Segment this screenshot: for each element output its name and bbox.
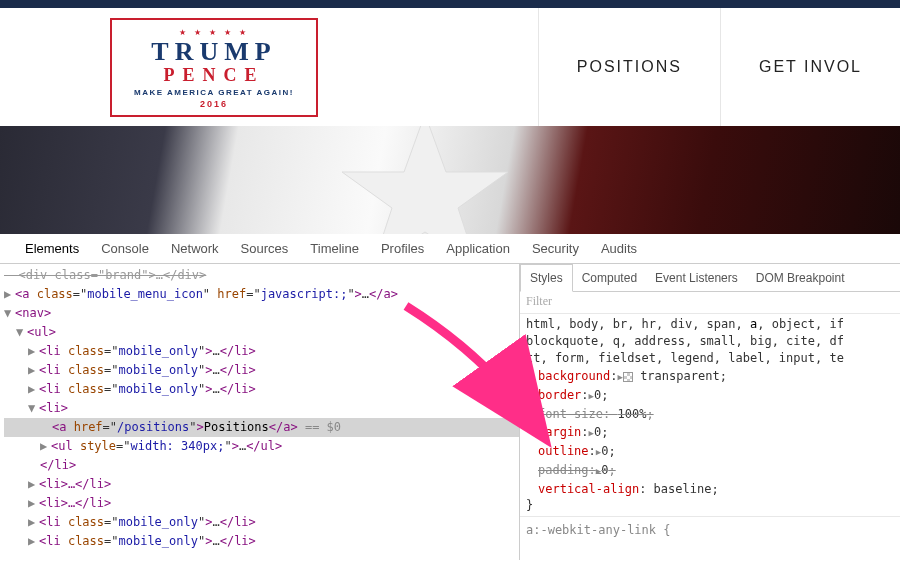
hero-banner xyxy=(0,126,900,234)
tab-console[interactable]: Console xyxy=(90,234,160,264)
tab-profiles[interactable]: Profiles xyxy=(370,234,435,264)
logo-year: 2016 xyxy=(134,99,294,109)
swatch-icon xyxy=(623,372,633,382)
styles-tabs: Styles Computed Event Listeners DOM Brea… xyxy=(520,264,900,292)
dom-node[interactable]: ▶<li>…</li> xyxy=(4,494,519,513)
styles-tab-listeners[interactable]: Event Listeners xyxy=(646,264,747,292)
logo-main-text: TRUMP xyxy=(134,37,294,67)
dom-node[interactable]: ▼<li> xyxy=(4,399,519,418)
tab-audits[interactable]: Audits xyxy=(590,234,648,264)
css-prop[interactable]: border:▶0; xyxy=(538,386,894,405)
css-prop[interactable]: vertical-align: baseline; xyxy=(538,480,894,498)
dom-node[interactable]: ▶<li class="mobile_only">…</li> xyxy=(4,361,519,380)
css-selector-2[interactable]: a:-webkit-any-link { xyxy=(520,516,900,537)
campaign-logo[interactable]: ★ ★ ★ ★ ★ TRUMP PENCE MAKE AMERICA GREAT… xyxy=(110,18,318,117)
logo-slogan: MAKE AMERICA GREAT AGAIN! xyxy=(134,88,294,97)
nav-links: POSITIONS GET INVOL xyxy=(538,8,900,126)
dom-node[interactable]: ▶<ul style="width: 340px;">…</ul> xyxy=(4,437,519,456)
tab-timeline[interactable]: Timeline xyxy=(299,234,370,264)
svg-marker-0 xyxy=(342,126,508,234)
tab-application[interactable]: Application xyxy=(435,234,521,264)
styles-pane: Styles Computed Event Listeners DOM Brea… xyxy=(520,264,900,560)
css-prop[interactable]: outline:▶0; xyxy=(538,442,894,461)
dom-node[interactable]: ▶<li class="mobile_only">…</li> xyxy=(4,342,519,361)
logo-stars: ★ ★ ★ ★ ★ xyxy=(134,28,294,37)
styles-tab-styles[interactable]: Styles xyxy=(520,264,573,292)
dom-node[interactable]: ▶<li class="mobile_only">…</li> xyxy=(4,513,519,532)
page-header: ★ ★ ★ ★ ★ TRUMP PENCE MAKE AMERICA GREAT… xyxy=(0,8,900,126)
elements-tree[interactable]: <div class="brand">…</div> ▶<a class="mo… xyxy=(0,264,520,560)
css-prop[interactable]: margin:▶0; xyxy=(538,423,894,442)
tab-network[interactable]: Network xyxy=(160,234,230,264)
dom-node[interactable]: ▼<nav> xyxy=(4,304,519,323)
css-selector[interactable]: html, body, br, hr, div, span, a, object… xyxy=(520,314,900,367)
css-props: background:▶ transparent; border:▶0; fon… xyxy=(520,367,900,498)
dom-node[interactable]: ▶<li>…</li> xyxy=(4,475,519,494)
nav-get-involved[interactable]: GET INVOL xyxy=(720,8,900,126)
dom-node[interactable]: ▶<a class="mobile_menu_icon" href="javas… xyxy=(4,285,519,304)
styles-tab-dom-bp[interactable]: DOM Breakpoint xyxy=(747,264,854,292)
nav-positions[interactable]: POSITIONS xyxy=(538,8,720,126)
css-prop-overridden[interactable]: font-size: 100%; xyxy=(538,405,894,423)
tab-sources[interactable]: Sources xyxy=(230,234,300,264)
dom-node[interactable]: </li> xyxy=(4,456,519,475)
flag-star-icon xyxy=(330,126,520,234)
tab-elements[interactable]: Elements xyxy=(14,234,90,264)
top-stripe xyxy=(0,0,900,8)
css-prop[interactable]: background:▶ transparent; xyxy=(538,367,894,386)
tab-security[interactable]: Security xyxy=(521,234,590,264)
dom-node[interactable]: ▶<li class="mobile_only">…</li> xyxy=(4,380,519,399)
devtools-body: <div class="brand">…</div> ▶<a class="mo… xyxy=(0,264,900,560)
dom-node[interactable]: ▼<ul> xyxy=(4,323,519,342)
css-prop-overridden[interactable]: padding:▶0; xyxy=(538,461,894,480)
styles-filter[interactable]: Filter xyxy=(520,292,900,314)
logo-sub-text: PENCE xyxy=(134,65,294,86)
dom-node-selected[interactable]: <a href="/positions">Positions</a> == $0 xyxy=(4,418,519,437)
css-close-brace: } xyxy=(520,498,900,512)
devtools-panel: Elements Console Network Sources Timelin… xyxy=(0,234,900,560)
devtools-tabs: Elements Console Network Sources Timelin… xyxy=(0,234,900,264)
dom-node[interactable]: ▶<li class="mobile_only">…</li> xyxy=(4,532,519,551)
styles-tab-computed[interactable]: Computed xyxy=(573,264,646,292)
dom-node[interactable]: <div class="brand">…</div> xyxy=(4,266,519,285)
